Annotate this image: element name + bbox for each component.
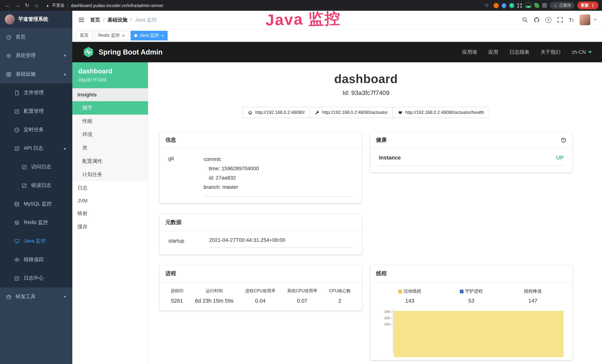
sidebar-item-java[interactable]: Java 监控 — [0, 232, 72, 250]
instance-link-health[interactable]: http://192.168.0.2:48080/actuator/health — [392, 107, 489, 118]
sba-item-scheduled-tasks[interactable]: 计划任务 — [72, 168, 148, 181]
sidebar-item-system[interactable]: 系统管理 — [0, 46, 72, 65]
fullscreen-icon[interactable] — [557, 17, 563, 23]
sba-item-mappings[interactable]: 映射 — [72, 207, 148, 220]
sba-item-config-props[interactable]: 配置属性 — [72, 155, 148, 168]
address-bar[interactable]: ▲ 不安全 | dashboard.yudao.iocoder.cn/infra… — [46, 3, 163, 8]
sidebar-item-redis[interactable]: Redis 监控 — [0, 213, 72, 232]
page-subtitle: Id: 93a3fc7f7409 — [160, 89, 572, 97]
chevron-down-icon[interactable] — [594, 19, 597, 21]
gear-icon — [6, 53, 11, 58]
back-button[interactable]: ← — [4, 0, 12, 11]
extension-icon[interactable] — [517, 3, 522, 8]
sba-instance-header[interactable]: dashboard 93a3fc7f7409 — [72, 62, 148, 88]
sidebar-item-log-center[interactable]: 日志中心 — [0, 269, 72, 288]
health-card: 健康 Instance UP — [370, 132, 572, 172]
sba-item-environment[interactable]: 环境 — [72, 128, 148, 141]
metadata-row-startup: startup 2021-04-27T00:44:31.254+08:00 — [168, 237, 353, 248]
sba-brand[interactable]: Spring Boot Admin — [83, 46, 163, 58]
close-icon[interactable]: × — [161, 33, 164, 38]
monitor-icon — [14, 238, 20, 244]
breadcrumb-home[interactable]: 首页 — [90, 17, 100, 23]
history-icon[interactable] — [561, 137, 567, 143]
paused-badge[interactable]: ☺已暂停 — [550, 2, 574, 9]
sidebar-item-index[interactable]: 首页 — [0, 28, 72, 46]
sba-item-logs[interactable]: 日志 — [72, 181, 148, 195]
app-title: 芋道管理系统 — [18, 16, 48, 23]
url-text: dashboard.yudao.iocoder.cn/infra/admin-s… — [71, 3, 163, 8]
app-sidebar: 芋道管理系统 首页 系统管理 基础设施 文件管理 配置管理 定时任务 API 日… — [0, 11, 72, 364]
reload-button[interactable]: ↻ — [23, 0, 31, 11]
threads-chart-plot — [393, 309, 564, 353]
sba-item-classes[interactable]: 类 — [72, 141, 148, 155]
browser-home-button[interactable]: ⌂ — [33, 0, 41, 11]
process-metric: 系统CPU使用率0.07 — [287, 288, 317, 304]
sidebar-item-config[interactable]: 配置管理 — [0, 102, 72, 120]
tab-redis-monitor[interactable]: Redis 监控× — [95, 31, 128, 40]
bookmark-star-icon[interactable]: ☆ — [483, 0, 491, 11]
sba-nav-wallboard[interactable]: 应用墙 — [462, 49, 477, 55]
sba-item-jvm[interactable]: JVM — [72, 195, 148, 207]
forward-button[interactable]: → — [13, 0, 22, 11]
active-dot — [134, 34, 137, 37]
sidebar-item-mysql[interactable]: MySQL 监控 — [0, 195, 72, 213]
sidebar-item-error-log[interactable]: 错误日志 — [0, 176, 72, 195]
sidebar-item-job[interactable]: 定时任务 — [0, 120, 72, 139]
sba-item-performance[interactable]: 性能 — [72, 115, 148, 128]
extension-icon[interactable]: Y — [509, 3, 514, 8]
sidebar-item-trace[interactable]: 链路追踪 — [0, 250, 72, 269]
instance-link-home[interactable]: http://192.168.0.2:48080/ — [243, 107, 310, 118]
info-row-git: git commit: time: 1596289704000 id: 27aa… — [168, 155, 353, 197]
user-avatar[interactable] — [580, 14, 590, 25]
doc-icon — [14, 275, 20, 281]
threads-card-title: 线程 — [370, 265, 572, 282]
sidebar-item-access-log[interactable]: 访问日志 — [0, 158, 72, 176]
github-icon[interactable] — [534, 17, 540, 23]
sidebar-item-infra[interactable]: 基础设施 — [0, 65, 72, 84]
extensions-puzzle-icon[interactable] — [542, 3, 547, 8]
font-size-icon[interactable]: TT — [569, 17, 574, 22]
sba-nav-about[interactable]: 关于我们 — [540, 49, 560, 55]
extension-icon[interactable] — [494, 3, 499, 8]
doc-icon — [22, 164, 27, 170]
sba-language-select[interactable]: zh-CN — [572, 49, 592, 55]
sidebar-menu: 首页 系统管理 基础设施 文件管理 配置管理 定时任务 API 日志 访问日志 … — [0, 28, 72, 306]
chevron-down-icon — [588, 51, 592, 53]
sba-nav-journal[interactable]: 日志报表 — [509, 49, 529, 55]
sba-item-details[interactable]: 细节 — [72, 101, 148, 115]
browser-menu-icon[interactable]: ⋮ — [591, 3, 595, 8]
search-icon[interactable] — [522, 17, 528, 23]
tab-home[interactable]: 首页 — [76, 31, 92, 40]
smiley-icon: ☺ — [553, 3, 558, 8]
browser-toolbar-right: ☆ Y on ☺已暂停 更新⋮ — [483, 0, 599, 11]
extension-icon[interactable] — [534, 3, 539, 8]
instance-name: dashboard — [78, 67, 142, 75]
edit-icon — [14, 108, 20, 114]
sidebar-item-file[interactable]: 文件管理 — [0, 84, 72, 102]
file-icon — [14, 90, 20, 96]
app-logo[interactable]: 芋道管理系统 — [0, 11, 72, 28]
sba-logo-icon — [83, 46, 94, 58]
chevron-down-icon — [64, 55, 66, 57]
extension-icon[interactable] — [501, 2, 507, 9]
tab-java-monitor[interactable]: Java 监控× — [130, 31, 167, 40]
process-card-title: 进程 — [160, 265, 362, 282]
sidebar-item-api-log[interactable]: API 日志 — [0, 139, 72, 158]
sba-item-caches[interactable]: 缓存 — [72, 220, 148, 234]
instance-link-actuator[interactable]: http://192.168.0.2:48080/actuator — [310, 107, 393, 118]
doc-icon — [22, 183, 27, 188]
sba-nav-applications[interactable]: 应用 — [488, 49, 498, 55]
legend-peak-threads: 线程峰值 147 — [502, 288, 564, 304]
help-icon[interactable]: ? — [546, 17, 551, 23]
hamburger-icon[interactable] — [78, 16, 85, 23]
legend-active-threads: 活动线程 143 — [379, 288, 441, 304]
topbar: 首页 / 基础设施 / Java 监控 ? TT — [72, 11, 602, 29]
update-button[interactable]: 更新⋮ — [577, 1, 599, 9]
extension-icon[interactable]: on — [526, 3, 531, 8]
sidebar-item-devtools[interactable]: 研发工具 — [0, 288, 72, 306]
sba-sidebar: dashboard 93a3fc7f7409 Insights 细节 性能 环境… — [72, 62, 148, 364]
breadcrumb-section[interactable]: 基础设施 — [108, 17, 128, 23]
close-icon[interactable]: × — [122, 33, 125, 38]
page-title: dashboard — [160, 72, 572, 86]
instance-links: http://192.168.0.2:48080/ http://192.168… — [160, 107, 572, 118]
